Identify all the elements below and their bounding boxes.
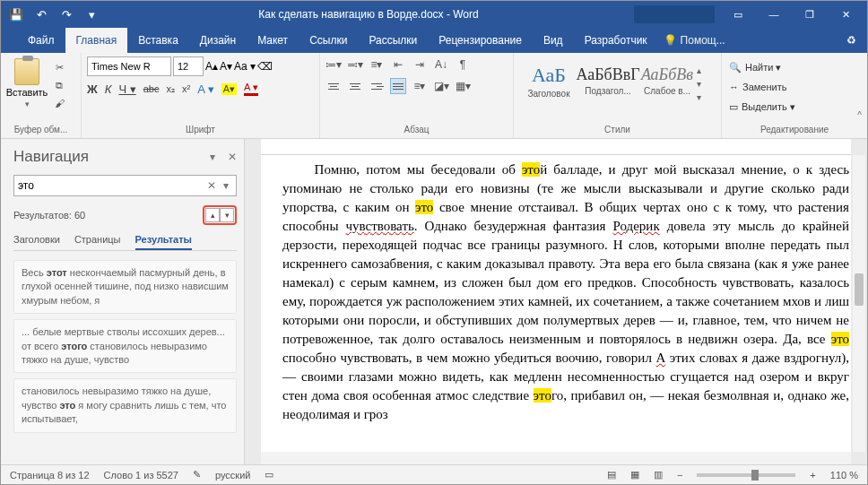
- status-page[interactable]: Страница 8 из 12: [10, 470, 90, 481]
- nav-prev-result-button[interactable]: ▴: [205, 208, 220, 222]
- align-right-button[interactable]: [369, 78, 385, 94]
- find-button[interactable]: 🔍 Найти ▾: [727, 58, 862, 76]
- nav-result-item[interactable]: становилось невыразимо тяжко на душе, чу…: [13, 378, 237, 432]
- nav-menu-icon[interactable]: ▾: [210, 151, 215, 163]
- share-button[interactable]: ♻: [846, 34, 856, 47]
- underline-button[interactable]: Ч ▾: [118, 82, 135, 96]
- tab-design[interactable]: Дизайн: [189, 28, 247, 53]
- redo-icon[interactable]: ↷: [55, 3, 78, 26]
- collapse-ribbon-icon[interactable]: ^: [857, 110, 862, 120]
- tab-references[interactable]: Ссылки: [299, 28, 358, 53]
- tab-view[interactable]: Вид: [533, 28, 574, 53]
- nav-search-dropdown-icon[interactable]: ▾: [220, 179, 232, 192]
- replace-button[interactable]: ↔ Заменить: [727, 78, 862, 96]
- tab-review[interactable]: Рецензирование: [428, 28, 533, 53]
- decrease-indent-button[interactable]: ⇤: [390, 56, 406, 73]
- proofing-icon[interactable]: ✎: [193, 469, 201, 481]
- minimize-icon[interactable]: —: [756, 1, 792, 28]
- superscript-button[interactable]: x²: [182, 83, 190, 94]
- style-subtle[interactable]: АаБбВв Слабое в...: [638, 56, 697, 105]
- style-heading1[interactable]: АаБ Заголовок: [519, 56, 578, 105]
- increase-indent-button[interactable]: ⇥: [412, 56, 428, 73]
- align-center-button[interactable]: [347, 78, 363, 94]
- save-icon[interactable]: 💾: [4, 3, 28, 26]
- status-words[interactable]: Слово 1 из 5527: [104, 470, 178, 481]
- nav-next-result-button[interactable]: ▾: [220, 208, 234, 222]
- nav-result-item[interactable]: Весь этот нескончаемый пасмурный день, в…: [13, 260, 237, 314]
- show-marks-button[interactable]: ¶: [455, 56, 471, 73]
- horizontal-scrollbar[interactable]: [261, 452, 851, 464]
- justify-button[interactable]: [390, 78, 406, 94]
- align-left-button[interactable]: [326, 78, 342, 94]
- zoom-slider[interactable]: [697, 473, 795, 477]
- select-button[interactable]: ▭ Выделить ▾: [727, 98, 862, 116]
- nav-result-item[interactable]: ... белые мертвые стволы иссохших дерев.…: [13, 319, 237, 373]
- restore-icon[interactable]: ❐: [792, 1, 828, 28]
- account-box[interactable]: [634, 5, 715, 23]
- cut-icon[interactable]: ✂: [51, 60, 67, 74]
- style-subheading[interactable]: АаБбВвГ Подзагол...: [578, 56, 638, 105]
- italic-button[interactable]: К: [105, 82, 112, 96]
- nav-tab-results[interactable]: Результаты: [135, 234, 192, 250]
- nav-results-count: Результатов: 60: [13, 210, 85, 221]
- tab-developer[interactable]: Разработчик: [574, 28, 658, 53]
- qat-customize-icon[interactable]: ▾: [80, 3, 103, 26]
- text-effects-button[interactable]: A ▾: [197, 82, 214, 96]
- grow-font-button[interactable]: A▴: [205, 60, 218, 73]
- horizontal-ruler[interactable]: [261, 139, 851, 155]
- font-name-combo[interactable]: Times New R: [87, 56, 171, 76]
- ribbon-options-icon[interactable]: ▭: [720, 1, 756, 28]
- tab-insert[interactable]: Вставка: [127, 28, 189, 53]
- bullets-button[interactable]: ≔▾: [326, 56, 342, 73]
- macro-icon[interactable]: ▭: [265, 469, 273, 481]
- tell-me[interactable]: 💡 Помощ...: [664, 34, 725, 47]
- nav-search-input[interactable]: [18, 179, 204, 192]
- window-title: Как сделать навигацию в Ворде.docx - Wor…: [103, 8, 634, 21]
- document-body[interactable]: Помню, потом мы беседовали об этой балла…: [261, 155, 851, 429]
- multilevel-button[interactable]: ≡▾: [369, 56, 385, 73]
- scroll-thumb[interactable]: [855, 273, 864, 306]
- numbering-button[interactable]: ≕▾: [347, 56, 363, 73]
- styles-up-icon[interactable]: ▴: [697, 65, 709, 75]
- styles-more-icon[interactable]: ▾: [697, 92, 709, 102]
- borders-button[interactable]: ▦▾: [455, 78, 471, 94]
- group-styles-label: Стили: [519, 125, 716, 136]
- styles-down-icon[interactable]: ▾: [697, 79, 709, 89]
- strikethrough-button[interactable]: abc: [143, 83, 160, 94]
- subscript-button[interactable]: x₂: [166, 83, 175, 95]
- zoom-in-button[interactable]: +: [810, 470, 815, 481]
- close-icon[interactable]: ✕: [828, 1, 864, 28]
- nav-clear-icon[interactable]: ✕: [204, 179, 220, 192]
- paste-dropdown-icon[interactable]: ▾: [25, 100, 30, 108]
- font-color-button[interactable]: A ▾: [244, 82, 258, 96]
- tab-layout[interactable]: Макет: [247, 28, 299, 53]
- nav-close-icon[interactable]: ✕: [228, 151, 237, 163]
- change-case-button[interactable]: Aa ▾: [234, 60, 256, 73]
- highlight-button[interactable]: A▾: [221, 83, 237, 95]
- zoom-out-button[interactable]: −: [677, 470, 682, 481]
- tab-mailings[interactable]: Рассылки: [358, 28, 428, 53]
- bold-button[interactable]: Ж: [87, 82, 98, 96]
- nav-tab-pages[interactable]: Страницы: [74, 234, 121, 250]
- undo-icon[interactable]: ↶: [30, 3, 53, 26]
- tab-file[interactable]: Файл: [17, 28, 65, 53]
- shading-button[interactable]: ◪▾: [433, 78, 449, 94]
- shrink-font-button[interactable]: A▾: [220, 60, 232, 73]
- read-mode-icon[interactable]: ▤: [607, 469, 616, 481]
- paste-button[interactable]: Вставить ▾: [6, 56, 48, 110]
- line-spacing-button[interactable]: ≡▾: [412, 78, 428, 94]
- zoom-level[interactable]: 110 %: [830, 470, 858, 481]
- sort-button[interactable]: A↓: [433, 56, 449, 73]
- font-size-combo[interactable]: 12: [173, 56, 204, 76]
- status-language[interactable]: русский: [215, 470, 250, 481]
- nav-tab-headings[interactable]: Заголовки: [13, 234, 60, 250]
- format-painter-icon[interactable]: 🖌: [51, 96, 67, 110]
- lightbulb-icon: 💡: [664, 34, 677, 47]
- copy-icon[interactable]: ⧉: [51, 78, 67, 92]
- vertical-scrollbar[interactable]: [853, 155, 865, 452]
- tab-home[interactable]: Главная: [65, 28, 128, 53]
- web-layout-icon[interactable]: ▥: [654, 469, 663, 481]
- print-layout-icon[interactable]: ▦: [630, 469, 639, 481]
- clear-formatting-button[interactable]: ⌫: [257, 60, 273, 73]
- nav-search-box[interactable]: ✕ ▾: [13, 175, 237, 196]
